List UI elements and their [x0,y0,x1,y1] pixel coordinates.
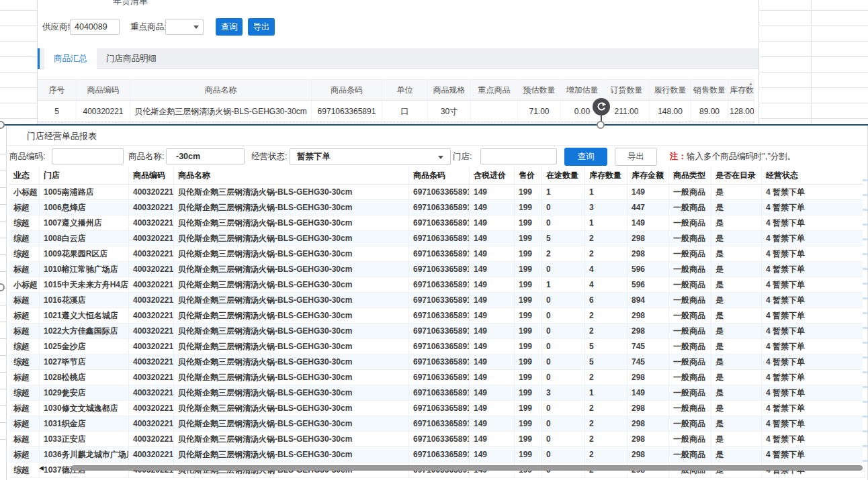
table-cell: 贝伦斯企鹅三层钢清汤火锅-BLS-GEHG30-30cm [174,277,409,292]
refresh-icon[interactable] [593,98,610,115]
table-row[interactable]: 标超1031织金店400320221贝伦斯企鹅三层钢清汤火锅-BLS-GEHG3… [9,416,865,432]
tab-1[interactable]: 商品汇总 [44,48,97,69]
table-row[interactable]: 小标超1015中天未来方舟H4店400320221贝伦斯企鹅三层钢清汤火锅-BL… [9,277,865,293]
table-cell: 1 [542,277,585,292]
table-cell: 148.00 [650,101,691,122]
table-cell: 是 [711,416,762,431]
scroll-left-icon[interactable]: ◀ [39,465,44,472]
table-cell: 1007遵义播州店 [40,215,129,230]
table-cell: 4 暂禁下单 [762,215,865,230]
table-cell: 2 [585,370,627,385]
table-cell: 6971063365891 [409,354,470,369]
table-cell: 400320221 [129,185,174,199]
supplier-code-input[interactable] [70,19,120,35]
export-button[interactable]: 导出 [615,148,657,166]
table-cell: 1029瓮安店 [40,385,129,400]
status-select[interactable]: 暂禁下单 [290,148,451,165]
input-hint-note: 注：输入多个商品编码时","分割。 [670,148,795,166]
table-cell: 298 [627,324,669,338]
table-cell: 1 [585,215,627,230]
table-cell: 贝伦斯企鹅三层钢清汤火锅-BLS-GEHG30-30cm [174,324,409,338]
export-button[interactable]: 导出 [248,18,275,36]
store-report-panel: 门店经营单品报表 商品编码: 商品名称: 经营状态: 暂禁下单 门店: 查询 导… [6,126,868,480]
table-cell: 0 [542,370,585,385]
table-row[interactable]: 标超1006息烽店400320221贝伦斯企鹅三层钢清汤火锅-BLS-GEHG3… [9,200,865,215]
item-name-input[interactable] [166,148,245,164]
table-cell: 298 [627,308,669,323]
table-row[interactable]: 小标超1005南浦路店400320221贝伦斯企鹅三层钢清汤火锅-BLS-GEH… [9,185,865,200]
table-cell: 2 [585,246,627,261]
table-row[interactable]: 标超1016花溪店400320221贝伦斯企鹅三层钢清汤火锅-BLS-GEHG3… [9,293,865,308]
table-cell: 400320221 [129,324,174,338]
table-cell: 89.00 [691,101,728,122]
table-cell: 2 [585,416,627,431]
table-cell: 6971063365891 [409,401,470,416]
column-header: 增加估量 [561,80,604,100]
table-row[interactable]: 综超1008白云店400320221贝伦斯企鹅三层钢清汤火锅-BLS-GEHG3… [9,231,865,246]
table-row[interactable]: 标超1036务川麒龙城市广场店400320221贝伦斯企鹅三层钢清汤火锅-BLS… [9,447,865,463]
table-row[interactable]: 综超1027毕节店400320221贝伦斯企鹅三层钢清汤火锅-BLS-GEHG3… [9,354,865,370]
table-cell: 是 [711,200,762,215]
divider-handle-center[interactable] [597,121,605,129]
table-cell: 一般商品 [669,277,711,292]
divider-handle-left[interactable] [0,121,5,129]
vertical-scrollbar[interactable] [863,166,867,465]
title-divider [7,145,867,146]
horizontal-scrollbar-thumb[interactable] [71,465,863,471]
query-button[interactable]: 查询 [564,148,607,166]
table-cell: 贝伦斯企鹅三层钢清汤火锅-BLS-GEHG30-30cm [174,432,409,446]
scroll-up-icon[interactable]: ▲ [748,81,753,86]
table-row[interactable]: 综超1025金沙店400320221贝伦斯企鹅三层钢清汤火锅-BLS-GEHG3… [9,339,865,354]
table-cell: 128.00 [728,101,754,122]
table-row[interactable]: 综超1009花果园R区店400320221贝伦斯企鹅三层钢清汤火锅-BLS-GE… [9,246,865,262]
table-cell: 6971063365891 [409,324,470,338]
tab-2[interactable]: 门店商品明细 [97,48,166,69]
table-cell: 6971063365891 [409,185,470,199]
store-input[interactable] [480,148,557,164]
table-cell: 0 [542,432,585,446]
table-row[interactable]: 标超1030修文文城逸都店400320221贝伦斯企鹅三层钢清汤火锅-BLS-G… [9,401,865,416]
table-cell: 400320221 [129,401,174,416]
column-header: 商品名称 [130,80,312,100]
table-row[interactable]: 综超1007遵义播州店400320221贝伦斯企鹅三层钢清汤火锅-BLS-GEH… [9,215,865,231]
supplier-query-form: 供应商编码: 重点商品: 查询 导出 [38,18,758,36]
table-cell: 5 [585,354,627,369]
horizontal-scrollbar[interactable]: ◀ [7,465,868,472]
query-button[interactable]: 查询 [216,18,243,36]
table-cell: 199 [515,370,542,385]
table-cell: 199 [515,339,542,354]
table-row[interactable]: 标超1033正安店400320221贝伦斯企鹅三层钢清汤火锅-BLS-GEHG3… [9,432,865,447]
table-row[interactable]: 标超1028松桃店400320221贝伦斯企鹅三层钢清汤火锅-BLS-GEHG3… [9,370,865,385]
table-cell: 是 [711,262,762,277]
table-cell: 4 [585,262,627,277]
table-cell: 一般商品 [669,354,711,369]
table-cell: 是 [711,277,762,292]
table-row[interactable]: 标超1021遵义大恒名城店400320221贝伦斯企鹅三层钢清汤火锅-BLS-G… [9,308,865,324]
table-cell: 199 [515,416,542,431]
column-header: 重点商品 [471,80,518,100]
tab-bar: 商品汇总门店商品明细 [38,48,758,69]
table-row[interactable]: 标超1022大方佳鑫国际店400320221贝伦斯企鹅三层钢清汤火锅-BLS-G… [9,324,865,339]
item-code-input[interactable] [52,148,124,164]
table-cell: 4 暂禁下单 [762,200,865,215]
key-product-select[interactable] [165,19,204,35]
table-cell: 综超 [9,354,40,369]
table-cell: 标超 [9,262,40,277]
table-cell: 199 [515,308,542,323]
table-cell: 745 [627,354,669,369]
table-cell: 标超 [9,370,40,385]
table-cell: 298 [627,401,669,416]
table-row[interactable]: 标超1010榕江常驰广场店400320221贝伦斯企鹅三层钢清汤火锅-BLS-G… [9,262,865,277]
table-cell: 是 [711,339,762,354]
table-cell: 298 [627,231,669,246]
table-cell: 0 [542,308,585,323]
table-cell: 149 [470,432,515,446]
column-header: 商品规格 [428,80,471,100]
table-cell: 199 [515,401,542,416]
table-row[interactable]: 5400320221贝伦斯企鹅三层钢清汤火锅-BLS-GEHG30-30cm69… [38,101,754,123]
table-cell: 是 [711,308,762,323]
table-cell: 0 [542,447,585,462]
table-row[interactable]: 综超1029瓮安店400320221贝伦斯企鹅三层钢清汤火锅-BLS-GEHG3… [9,385,865,401]
table-cell: 5 [38,101,77,122]
table-cell: 综超 [9,231,40,246]
